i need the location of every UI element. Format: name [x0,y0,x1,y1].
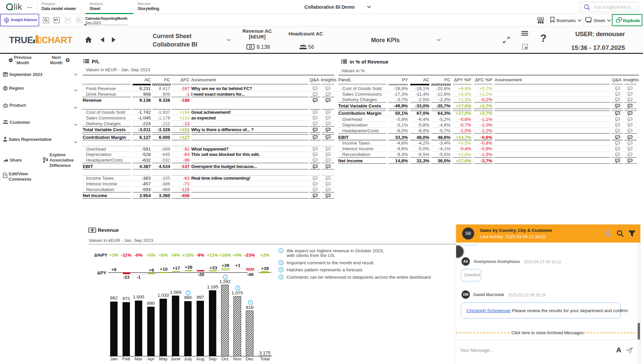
svg-text:2: 2 [187,291,189,295]
svg-text:67,0%: 67,0% [417,111,429,116]
svg-text:Assessement: Assessement [495,77,522,82]
svg-text:-0,9%: -0,9% [481,146,492,151]
svg-text:Net Income: Net Income [338,158,363,163]
svg-text:-632: -632 [142,158,151,163]
svg-text:+3%: +3% [109,253,118,258]
svg-text:This cell was blocked for this: This cell was blocked for this edit. [191,152,260,157]
svg-text:Why are we so far behind FC?: Why are we so far behind FC? [191,86,252,91]
svg-text:Dec: Dec [245,356,254,361]
svg-text:1.089: 1.089 [170,290,181,295]
svg-text:Sep: Sep [209,356,217,361]
svg-text:-71: -71 [183,181,190,186]
svg-text:ΔPY %P: ΔPY %P [454,77,471,82]
svg-text:-19,1%: -19,1% [415,86,429,91]
svg-text:Total Variable Costs: Total Variable Costs [83,127,126,132]
svg-text:-5,8%: -5,8% [418,122,429,127]
svg-text:48,6%: 48,6% [438,135,450,140]
svg-text:-12,6%: -12,6% [436,92,450,97]
svg-text:+5%: +5% [146,253,155,258]
svg-text:-1,1%: -1,1% [481,117,492,122]
svg-text:1.075: 1.075 [232,290,243,295]
svg-text:818: 818 [246,305,254,310]
svg-text:-23: -23 [123,275,130,280]
svg-text:AC: AC [144,77,151,82]
svg-text:+1: +1 [235,263,240,268]
svg-text:-9%: -9% [196,253,204,258]
svg-text:Delivery Charges: Delivery Charges [86,121,121,126]
svg-text:-469: -469 [161,187,170,192]
svg-text:Food Revenue: Food Revenue [86,86,116,91]
svg-text:+18%: +18% [219,253,231,258]
svg-text:ΔFC: ΔFC [181,77,190,82]
svg-text:-6,0%: -6,0% [396,128,408,133]
svg-text:-20,8%: -20,8% [436,86,450,91]
svg-text:909: 909 [162,92,170,97]
svg-text:Oct: Oct [221,356,228,361]
svg-text:-4,6%: -4,6% [396,141,408,146]
svg-text:Real time inline commenting!: Real time inline commenting! [191,176,250,181]
svg-text:Reconciliation: Reconciliation [86,187,114,192]
svg-text:-0,6%: -0,6% [481,135,492,140]
svg-text:+9,8%: +9,8% [458,86,471,91]
svg-text:-406: -406 [181,193,190,198]
svg-text:-5,0%: -5,0% [418,146,429,151]
svg-text:HeadquarterCosts: HeadquarterCosts [86,158,123,163]
svg-text:Values in kEUR - Jan..Sep 2023: Values in kEUR - Jan..Sep 2023 [89,238,153,243]
svg-text:8.231: 8.231 [139,86,151,91]
svg-text:-3,7%: -3,7% [396,97,408,102]
svg-text:Revenue: Revenue [83,98,102,103]
svg-text:-4,8%: -4,8% [439,122,450,127]
svg-text:972: 972 [123,296,130,301]
svg-text:Q&A: Q&A [309,77,319,82]
svg-text:Income Taxes: Income Taxes [342,141,370,146]
svg-text:FC: FC [444,77,450,82]
svg-text:+0,5%: +0,5% [458,141,471,146]
svg-text:Sales Commissions: Sales Commissions [342,92,382,97]
svg-text:-6,9%: -6,9% [418,128,429,133]
svg-text:+17: +17 [172,266,180,271]
svg-text:Apr: Apr [147,356,155,361]
svg-text:Assessment: Assessment [191,77,216,82]
svg-text:+6: +6 [111,267,117,272]
svg-text:1.282: 1.282 [219,279,231,284]
svg-text:+15%: +15% [182,253,194,258]
svg-text:Comments can be referenced to: Comments can be referenced to datapoints… [287,275,431,280]
svg-text:-0,8%: -0,8% [481,141,492,146]
svg-text:2.954: 2.954 [139,193,151,198]
svg-text:-5,7%: -5,7% [439,128,450,133]
svg-text:-188: -188 [181,98,190,103]
svg-text:Jan: Jan [110,356,118,361]
svg-text:3.175: 3.175 [259,350,271,355]
svg-text:-0%: -0% [135,253,143,258]
svg-text:Insights: Insights [321,77,337,82]
svg-text:4.387: 4.387 [139,164,151,169]
svg-text:FC: FC [164,77,170,82]
svg-text:-457: -457 [142,181,151,186]
svg-text:What happenned?: What happenned? [191,147,228,152]
svg-text:+133: +133 [180,115,190,120]
svg-text:+5%: +5% [159,253,168,258]
svg-text:-386: -386 [161,181,170,186]
svg-text:Overspent the budget because..: Overspent the budget because... [191,164,257,169]
svg-text:1.000: 1.000 [133,294,144,299]
svg-text:Values in kEUR - Jan..Sep 2023: Values in kEUR - Jan..Sep 2023 [86,67,150,72]
svg-text:-1,2%: -1,2% [481,128,492,133]
svg-text:-17,3%: -17,3% [394,92,408,97]
svg-text:+2,8%: +2,8% [458,152,471,157]
svg-text:50,1%: 50,1% [395,111,408,116]
svg-text:+315: +315 [180,127,190,132]
svg-text:Q&A: Q&A [612,77,622,82]
svg-text:Why is there a difference of..: Why is there a difference of... ? [191,127,254,132]
svg-text:+194: +194 [180,110,190,115]
svg-text:Reconciliation: Reconciliation [342,152,370,157]
svg-text:-532: -532 [161,158,170,163]
svg-text:PandL: PandL [338,77,352,82]
svg-text:+39: +39 [222,263,229,268]
svg-text:Sales Commissions: Sales Commissions [86,115,126,120]
svg-text:Δ%PY: Δ%PY [94,253,108,258]
svg-text:-1,5%: -1,5% [481,152,492,157]
svg-text:Contribution Margin: Contribution Margin [338,111,381,116]
svg-text:Aug: Aug [196,356,204,361]
svg-text:Cost of Goods Sold: Cost of Goods Sold [342,86,381,91]
svg-text:-0,2%: -0,2% [481,97,492,102]
